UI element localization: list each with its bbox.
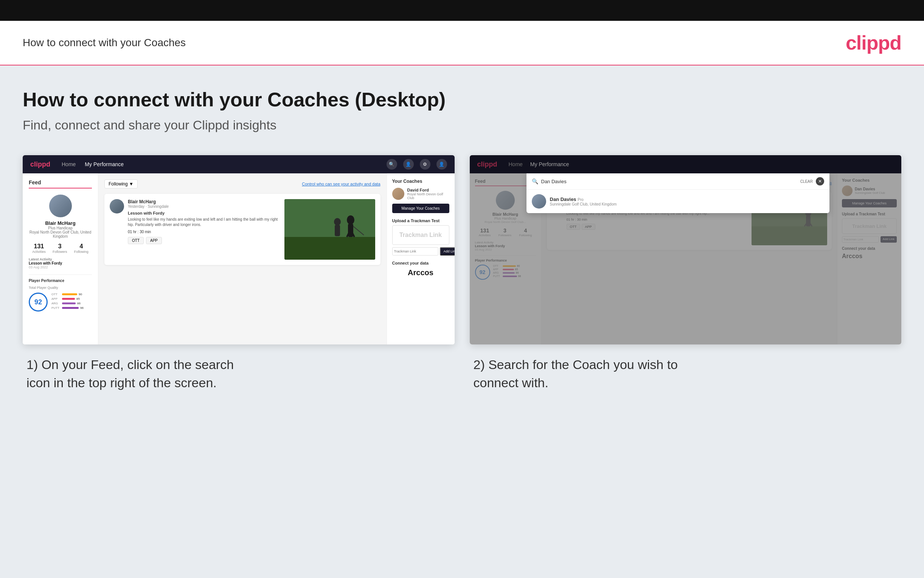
post-card: Blair McHarg Yesterday · Sunningdale Les… <box>104 194 380 265</box>
stat-followers-value: 3 <box>53 243 67 250</box>
user-badge: Plus Handicap <box>29 226 92 230</box>
stat-following: 4 Following <box>74 243 89 253</box>
avatar-icon[interactable]: 👤 <box>437 159 447 170</box>
screenshot-col-2: clippd Home My Performance Feed Blair Mc… <box>470 155 902 392</box>
post-title: Lesson with Fordy <box>128 211 281 215</box>
app-nav-logo: clippd <box>30 161 50 169</box>
coach-info: David Ford Royal North Devon Golf Club <box>407 188 449 200</box>
following-button[interactable]: Following ▼ <box>104 179 138 188</box>
footer: Copyright Clippd 2022 <box>0 576 924 578</box>
svg-point-3 <box>347 215 354 224</box>
step-2-description: 2) Search for the Coach you wish toconne… <box>470 344 902 392</box>
add-link-button[interactable]: Add Link <box>440 247 455 255</box>
metric-bar-putt <box>62 307 79 309</box>
nav-link-home[interactable]: Home <box>61 161 76 167</box>
app-sidebar: Feed Blair McHarg Plus Handicap Royal No… <box>23 174 98 344</box>
svg-rect-1 <box>285 237 375 260</box>
top-bar <box>0 0 924 21</box>
search-dropdown: 🔍 Dan Davies CLEAR ✕ Dan Davies <box>526 174 830 213</box>
nav-icons: 🔍 👤 ⚙ 👤 <box>387 159 447 170</box>
coach-name: David Ford <box>407 188 449 192</box>
settings-icon[interactable]: ⚙ <box>420 159 430 170</box>
stat-followers-label: Followers <box>53 250 67 253</box>
step-2-text: 2) Search for the Coach you wish toconne… <box>474 356 898 392</box>
arccos-logo: Arccos <box>392 268 449 277</box>
metric-app: APP 85 <box>52 297 84 300</box>
user-avatar-area: Blair McHarg Plus Handicap Royal North D… <box>29 195 92 239</box>
latest-activity: Latest Activity Lesson with Fordy 03 Aug… <box>29 257 92 269</box>
post-buttons: OTT APP <box>128 237 281 244</box>
search-bar: 🔍 Dan Davies CLEAR ✕ <box>526 174 830 190</box>
metric-bar-arg <box>62 302 76 304</box>
la-title: Latest Activity <box>29 257 92 261</box>
screenshots-row: clippd Home My Performance 🔍 👤 ⚙ 👤 <box>23 155 901 392</box>
svg-point-8 <box>334 218 341 226</box>
page-title: How to connect with your Coaches <box>23 37 186 49</box>
score-circle: 92 <box>29 292 48 312</box>
stat-activities: 131 Activities <box>32 243 46 253</box>
section-subtitle: Find, connect and share your Clippd insi… <box>23 118 901 133</box>
post-duration: 01 hr : 30 min <box>128 230 281 234</box>
user-avatar <box>49 195 72 217</box>
result-info: Dan Davies Pro Sunningdale Golf Club, Un… <box>550 196 617 206</box>
result-name: Dan Davies Pro <box>550 196 617 202</box>
trackman-field[interactable] <box>392 247 439 255</box>
following-header: Following ▼ Control who can see your act… <box>104 179 380 188</box>
coach-item: David Ford Royal North Devon Golf Club <box>392 188 449 200</box>
nav-links: Home My Performance <box>61 161 387 167</box>
user-location: Royal North Devon Golf Club, United King… <box>29 230 92 239</box>
search-result[interactable]: Dan Davies Pro Sunningdale Golf Club, Un… <box>526 190 830 213</box>
player-perf: Player Performance Total Player Quality … <box>29 274 92 312</box>
trackman-title: Upload a Trackman Test <box>392 218 449 223</box>
close-search-button[interactable]: ✕ <box>816 177 824 185</box>
post-name: Blair McHarg <box>128 199 281 205</box>
search-icon: 🔍 <box>532 178 538 184</box>
screenshot-frame-2: clippd Home My Performance Feed Blair Mc… <box>470 155 902 344</box>
user-icon[interactable]: 👤 <box>403 159 414 170</box>
trackman-section: Upload a Trackman Test Trackman Link Add… <box>392 218 449 255</box>
stat-following-label: Following <box>74 250 89 253</box>
clear-button[interactable]: CLEAR <box>800 179 813 183</box>
connect-title: Connect your data <box>392 261 449 265</box>
feed-tab[interactable]: Feed <box>29 179 92 188</box>
stat-activities-value: 131 <box>32 243 46 250</box>
search-icon[interactable]: 🔍 <box>387 159 397 170</box>
stats-row: 131 Activities 3 Followers 4 Following <box>29 243 92 253</box>
coach-club: Royal North Devon Golf Club <box>407 192 449 200</box>
pp-sub: Total Player Quality <box>29 286 92 289</box>
post-text: Looking to feel like my hands are exitin… <box>128 217 281 227</box>
step-1-description: 1) On your Feed, click on the searchicon… <box>23 344 455 392</box>
trackman-box: Trackman Link <box>392 225 449 245</box>
metrics: OTT 90 APP 85 <box>52 292 84 311</box>
result-club: Sunningdale Golf Club, United Kingdom <box>550 202 617 206</box>
app-button[interactable]: APP <box>146 237 162 244</box>
step-1-text: 1) On your Feed, click on the searchicon… <box>26 356 451 392</box>
ott-button[interactable]: OTT <box>128 237 144 244</box>
main-content: How to connect with your Coaches (Deskto… <box>0 65 924 576</box>
control-link[interactable]: Control who can see your activity and da… <box>302 182 380 186</box>
la-value: Lesson with Fordy <box>29 261 92 265</box>
stat-activities-label: Activities <box>32 250 46 253</box>
connect-section: Connect your data Arccos <box>392 261 449 277</box>
svg-rect-2 <box>285 199 375 237</box>
post-content: Blair McHarg Yesterday · Sunningdale Les… <box>128 199 281 260</box>
post-meta: Yesterday · Sunningdale <box>128 205 281 209</box>
coaches-title: Your Coaches <box>392 179 449 184</box>
nav-link-myperformance[interactable]: My Performance <box>85 161 124 167</box>
metric-putt: PUTT 96 <box>52 306 84 310</box>
section-title: How to connect with your Coaches (Deskto… <box>23 88 901 111</box>
trackman-placeholder: Trackman Link <box>400 232 442 238</box>
pp-title: Player Performance <box>29 279 92 283</box>
avatar-img <box>49 195 72 217</box>
coach-avatar <box>392 188 404 200</box>
svg-rect-9 <box>335 225 340 236</box>
post-image <box>285 199 375 260</box>
metric-bar-ott <box>62 293 77 295</box>
logo: clippd <box>846 31 901 54</box>
result-avatar <box>532 194 546 209</box>
screenshot-col-1: clippd Home My Performance 🔍 👤 ⚙ 👤 <box>23 155 455 392</box>
search-input-display[interactable]: Dan Davies <box>541 179 797 184</box>
stat-following-value: 4 <box>74 243 89 250</box>
manage-coaches-button[interactable]: Manage Your Coaches <box>392 204 449 213</box>
trackman-input: Add Link <box>392 247 449 255</box>
